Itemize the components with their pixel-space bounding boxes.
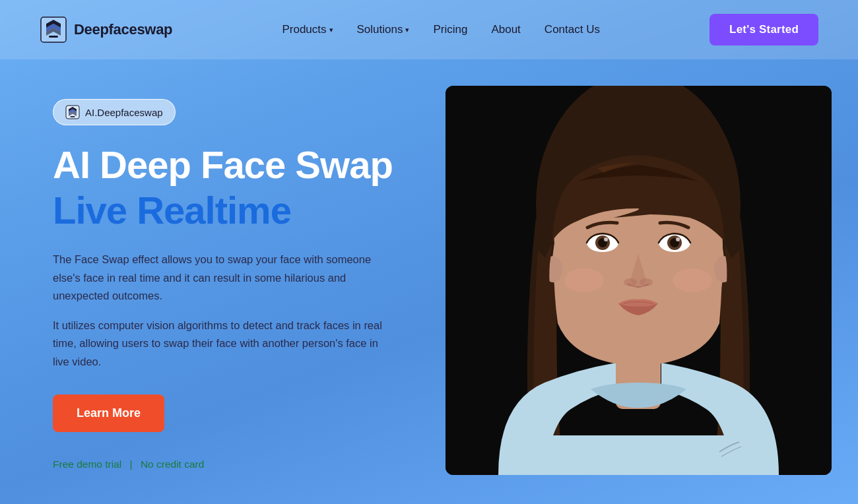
nav-products[interactable]: Products ▾ <box>282 23 333 36</box>
badge-label: AI.Deepfaceswap <box>85 107 163 118</box>
svg-rect-7 <box>544 435 733 475</box>
brand-name: Deepfaceswap <box>74 21 172 38</box>
navbar: Deepfaceswap Products ▾ Solutions ▾ Pric… <box>0 0 858 59</box>
badge-logo-icon <box>65 105 80 119</box>
free-trial-info: Free demo trial | No credit card <box>53 458 436 470</box>
learn-more-button[interactable]: Learn More <box>53 394 164 432</box>
hero-title-line1: AI Deep Face Swap <box>53 144 436 186</box>
svg-rect-1 <box>49 36 58 38</box>
svg-point-12 <box>604 237 608 241</box>
hero-section: AI.Deepfaceswap AI Deep Face Swap Live R… <box>0 59 858 504</box>
logo-icon <box>40 16 67 44</box>
hero-portrait-container <box>446 86 832 475</box>
nav-contact[interactable]: Contact Us <box>544 23 600 36</box>
brand-badge: AI.Deepfaceswap <box>53 99 176 125</box>
svg-point-20 <box>673 268 712 292</box>
svg-rect-3 <box>71 116 75 117</box>
nav-about[interactable]: About <box>491 23 520 36</box>
no-credit-label: No credit card <box>141 458 204 470</box>
portrait-image <box>446 86 832 475</box>
hero-content: AI.Deepfaceswap AI Deep Face Swap Live R… <box>53 86 436 470</box>
svg-point-19 <box>564 268 604 292</box>
lets-started-button[interactable]: Let's Started <box>710 14 818 46</box>
nav-pricing[interactable]: Pricing <box>433 23 467 36</box>
hero-description-2: It utilizes computer vision algorithms t… <box>53 317 389 371</box>
svg-point-16 <box>676 237 680 241</box>
hero-image-area <box>436 86 832 475</box>
hero-description-1: The Face Swap effect allows you to swap … <box>53 251 389 305</box>
solutions-chevron: ▾ <box>405 26 409 34</box>
hero-title-line2: Live Realtime <box>53 189 436 233</box>
logo[interactable]: Deepfaceswap <box>40 16 172 44</box>
products-chevron: ▾ <box>329 26 333 34</box>
nav-solutions[interactable]: Solutions ▾ <box>357 23 410 36</box>
free-trial-label: Free demo trial <box>53 458 121 470</box>
nav-links: Products ▾ Solutions ▾ Pricing About Con… <box>282 23 600 36</box>
divider: | <box>130 458 135 470</box>
